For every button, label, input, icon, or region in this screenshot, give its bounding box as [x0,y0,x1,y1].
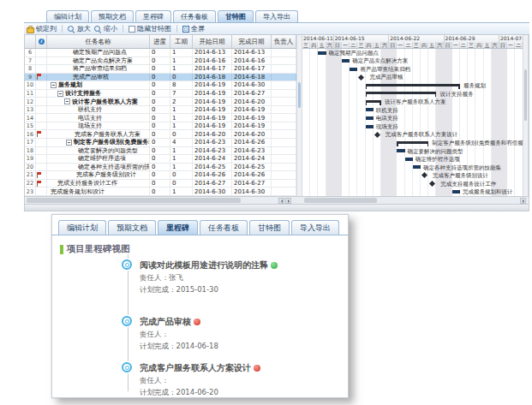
horizontal-scrollbar[interactable] [24,197,529,205]
start-date-cell: 2014-6-18 [193,74,232,81]
tab-6[interactable]: 导入导出 [255,10,298,22]
fullscreen-button[interactable]: 全屏 [182,24,205,33]
milestone-panel-tabstrip: 编辑计划预期文档里程碑任务看板甘特图导入导出 [52,215,348,235]
column-header-5[interactable]: 完成日期 [232,35,272,48]
task-table-header: 任务名称进度工期开始日期完成日期负责人 [25,35,296,49]
collapse-icon[interactable] [64,98,70,104]
table-row[interactable]: 23完成服务规划和设计012014-6-302014-6-30 [25,188,296,196]
row-number-cell: 12 [25,98,36,105]
task-name-cell: 确定预期产品问题点 [47,49,150,57]
tab-2[interactable]: 预期文档 [108,220,156,235]
column-header-6[interactable]: 负责人 [272,35,296,48]
gantt-bar[interactable] [366,116,374,120]
zoom-in-label: 放大 [77,24,91,33]
gantt-hscroll-thumb[interactable] [304,198,377,203]
task-name-cell: 电话支持 [47,114,150,122]
table-row[interactable]: 11设计支持服务072014-6-192014-6-27 [25,90,296,98]
gantt-day-label: 二 [404,42,412,48]
tab-1[interactable]: 编辑计划 [46,10,89,22]
table-row[interactable]: 20确定各种支持选项所需的技能集012014-6-252014-6-25 [25,164,296,172]
gantt-bar[interactable] [342,59,350,63]
table-row[interactable]: 21完成客户服务级别设计002014-6-262014-6-26 [25,171,296,180]
milestone-panel: 编辑计划预期文档里程碑任务看板甘特图导入导出 项目里程碑视图 阅读对此模板用途进… [51,214,349,398]
tab-5[interactable]: 甘特图 [218,10,254,22]
owner-cell [272,90,296,98]
task-name-text: 服务规划 [58,81,82,88]
scroll-right-arrow[interactable] [285,198,291,204]
table-row[interactable]: 7确定产品卖点解决方案012014-6-162014-6-16 [25,57,296,66]
gantt-week-label: 2014-06-11 [302,35,334,42]
gantt-bar[interactable] [350,68,357,71]
table-row[interactable]: 13联机支持012014-6-192014-6-19 [25,106,296,115]
flag-cell [36,65,47,73]
table-row[interactable]: 16完成客户服务联系人方案002014-6-202014-6-20 [25,130,296,139]
gantt-vscroll-thumb[interactable] [524,69,527,121]
scroll-left-arrow[interactable] [278,198,284,204]
gantt-bar[interactable] [397,149,404,152]
duration-cell: 0 [170,180,193,188]
finish-date-cell: 2014-6-26 [232,139,272,146]
tab-2[interactable]: 预期文档 [91,10,134,22]
table-row[interactable]: 18确定要解决的问题类型012014-6-232014-6-23 [25,147,296,156]
collapse-icon[interactable] [57,91,63,97]
gantt-milestone-diamond[interactable] [374,132,380,138]
column-header-2[interactable]: 进度 [150,35,170,48]
table-row[interactable]: 12设计客户服务联系人方案022014-6-192014-6-20 [25,98,296,106]
gantt-summary-bar[interactable] [366,84,460,86]
gantt-summary-bar[interactable] [366,100,381,103]
hide-gantt-toggle[interactable]: 隐藏甘特图 [129,24,171,33]
duration-cell: 1 [170,49,193,57]
flag-column-header [36,35,47,48]
status-dot-red [194,319,200,325]
gantt-bar[interactable] [366,125,374,128]
column-header-3[interactable]: 工期 [170,35,193,48]
collapse-icon[interactable] [51,82,57,88]
column-header-4[interactable]: 开始日期 [193,35,232,48]
table-row[interactable]: 10服务规划082014-6-192014-6-30 [25,81,296,90]
gantt-scroll-right-arrow[interactable] [520,198,526,204]
lock-columns-button[interactable]: 锁定列 [27,24,57,33]
tab-4[interactable]: 任务看板 [173,10,216,22]
gantt-milestone-diamond[interactable] [429,181,435,187]
tab-3[interactable]: 里程碑 [135,10,171,22]
task-name-text: 联机支持 [78,106,102,113]
tab-4[interactable]: 任务看板 [200,220,248,235]
gantt-bar[interactable] [452,190,460,194]
task-name-text: 完成服务规划和设计 [51,188,105,195]
table-hscroll-thumb[interactable] [27,198,241,203]
gantt-milestone-diamond[interactable] [358,74,364,80]
tab-5[interactable]: 甘特图 [249,220,290,235]
table-row[interactable]: 9完成产品审核002014-6-182014-6-18 [25,74,296,82]
milestone-plan-date: 计划完成：2015-01-30 [140,285,278,295]
tab-3[interactable]: 里程碑 [158,220,198,235]
table-row[interactable]: 19确定维护程序选项012014-6-242014-6-24 [25,155,296,164]
tab-1[interactable]: 编辑计划 [58,220,106,235]
table-vertical-scrollbar[interactable] [296,35,302,196]
owner-cell [272,180,296,188]
gantt-milestone-diamond[interactable] [421,172,427,178]
task-name-cell: 设计支持服务 [47,90,150,98]
gantt-summary-bar[interactable] [397,141,428,144]
table-row[interactable]: 8将产品审查结果归档012014-6-172014-6-17 [25,65,296,74]
progress-cell: 0 [150,122,170,130]
tab-6[interactable]: 导入导出 [291,220,339,235]
table-row[interactable]: 14电话支持012014-6-192014-6-19 [25,114,296,122]
gantt-bar[interactable] [318,51,326,55]
hide-gantt-checkbox[interactable] [129,26,135,33]
gantt-chart-area: 2014-06-112014-06-152014-06-222014-06-29… [302,35,523,196]
collapse-icon[interactable] [66,140,72,146]
table-row[interactable]: 6确定预期产品问题点012014-6-132014-6-13 [25,49,296,57]
gantt-bar[interactable] [405,158,413,161]
gantt-vertical-scrollbar[interactable] [523,35,529,196]
gantt-summary-bar[interactable] [366,92,437,94]
gantt-bar[interactable] [413,165,421,169]
progress-cell: 0 [150,57,170,65]
table-row[interactable]: 17制定客户服务级别(免费服务和有偿服务)042014-6-232014-6-2… [25,139,296,147]
zoom-in-button[interactable]: 放大 [68,24,91,33]
column-header-1[interactable]: 任务名称 [47,35,150,48]
table-row[interactable]: 15现场支持012014-6-192014-6-19 [25,122,296,131]
table-row[interactable]: 22完成支持服务设计工作002014-6-272014-6-27 [25,180,296,188]
table-vscroll-thumb[interactable] [298,82,301,108]
zoom-out-button[interactable]: 缩小 [94,24,117,33]
gantt-bar[interactable] [366,108,374,111]
